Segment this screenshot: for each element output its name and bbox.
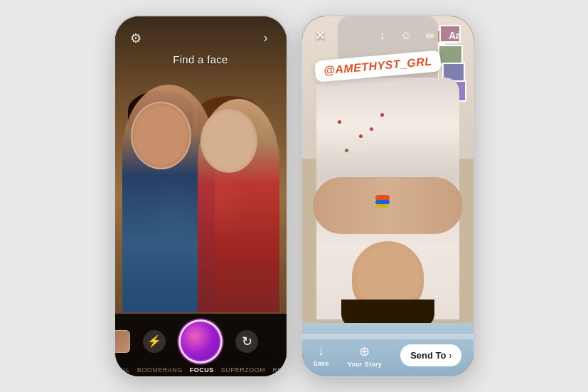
floral-dot-3 [380, 113, 384, 117]
save-button[interactable]: ↓ Save [314, 344, 329, 367]
close-icon[interactable]: ✕ [312, 27, 329, 44]
save-icon: ↓ [318, 344, 324, 359]
right-bottom-bar: ↓ Save ⊕ Your Story Send To › [302, 335, 474, 376]
save-label: Save [314, 360, 329, 367]
draw-icon[interactable]: ✏ [422, 27, 439, 44]
left-bottom-bar: ⚡ ↻ NORMAL BOOMERANG FOCUS SUPERZOOM REW… [115, 314, 287, 376]
shutter-inner [182, 323, 219, 360]
shutter-button[interactable] [178, 319, 223, 364]
floral-dot-4 [345, 149, 348, 152]
tab-boomerang[interactable]: BOOMERANG [137, 366, 183, 374]
left-screen: ⚙ › Find a face ⚡ ↻ NORMAL BOOME [115, 16, 287, 376]
floral-dot-1 [338, 120, 341, 124]
floral-dot-5 [370, 127, 373, 131]
tab-rewind[interactable]: REWIND [272, 366, 286, 374]
gallery-thumbnail[interactable] [115, 330, 131, 353]
send-to-button[interactable]: Send To › [400, 344, 461, 366]
person-right-face [201, 109, 257, 173]
app-container: ⚙ › Find a face ⚡ ↻ NORMAL BOOME [0, 0, 588, 392]
right-screen: ✕ ↓ ☺ ✏ Aa @AMETHYST_GRL ↓ Save ⊕ [302, 16, 474, 376]
bracelet-3 [375, 204, 388, 208]
right-top-bar: ✕ ↓ ☺ ✏ Aa [302, 16, 474, 48]
rotate-camera-button[interactable]: ↻ [235, 330, 258, 353]
spacer [271, 330, 287, 353]
sticker-icon[interactable]: ☺ [398, 27, 415, 44]
your-story-label: Your Story [348, 361, 382, 368]
camera-controls: ⚡ ↻ [115, 314, 287, 364]
tab-normal[interactable]: NORMAL [115, 366, 130, 374]
right-top-icons: ↓ ☺ ✏ Aa [374, 27, 464, 44]
person-arms [313, 177, 463, 234]
your-story-button[interactable]: ⊕ Your Story [348, 344, 382, 368]
tab-focus[interactable]: FOCUS [190, 366, 214, 374]
send-to-label: Send To [410, 350, 446, 361]
person-left-face [131, 102, 191, 169]
tab-superzoom[interactable]: SUPERZOOM [221, 366, 266, 374]
left-top-bar: ⚙ › [115, 16, 287, 52]
left-phone: ⚙ › Find a face ⚡ ↻ NORMAL BOOME [114, 15, 288, 378]
text-tool-button[interactable]: Aa [447, 27, 464, 44]
settings-icon[interactable]: ⚙ [128, 31, 144, 46]
floral-dot-2 [359, 134, 363, 138]
find-face-label: Find a face [115, 53, 287, 65]
add-story-icon: ⊕ [359, 344, 370, 359]
right-phone: ✕ ↓ ☺ ✏ Aa @AMETHYST_GRL ↓ Save ⊕ [301, 15, 475, 378]
bracelet-2 [375, 200, 390, 204]
arrow-right-icon[interactable]: › [258, 31, 274, 46]
flash-button[interactable]: ⚡ [143, 330, 166, 353]
download-icon[interactable]: ↓ [374, 27, 391, 44]
mode-tabs: NORMAL BOOMERANG FOCUS SUPERZOOM REWIND [115, 364, 287, 374]
send-chevron-icon: › [449, 351, 451, 361]
